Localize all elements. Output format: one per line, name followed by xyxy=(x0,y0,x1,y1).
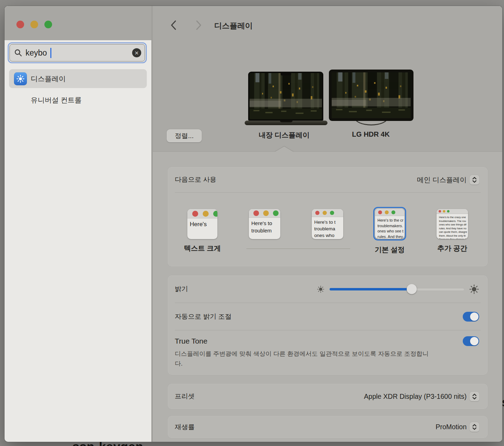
row-divider xyxy=(175,192,481,193)
resolution-tick-line xyxy=(246,249,350,249)
chevron-left-icon xyxy=(170,20,177,31)
mini-traffic-dot xyxy=(213,211,217,217)
traffic-lights xyxy=(16,21,52,28)
search-icon xyxy=(14,49,22,57)
brightness-label: 밝기 xyxy=(175,285,188,294)
system-settings-window: keybo ✕ 디스플레이 유니버설 컨트롤 xyxy=(5,6,502,442)
resolution-options: Here's텍스트 크게Here's totroublemHere's to t… xyxy=(168,199,488,266)
mini-traffic-dot xyxy=(273,210,279,216)
brightness-low-icon xyxy=(317,285,325,293)
sidebar-item-universal-control[interactable]: 유니버설 컨트롤 xyxy=(31,93,82,107)
slider-thumb[interactable] xyxy=(406,284,417,294)
use-as-value: 메인 디스플레이 xyxy=(417,175,467,185)
search-input[interactable]: keybo ✕ xyxy=(9,44,145,62)
auto-brightness-row: 자동으로 밝기 조절 xyxy=(168,303,488,330)
preset-label: 프리셋 xyxy=(175,392,195,401)
use-as-popup[interactable]: 메인 디스플레이 xyxy=(417,175,479,185)
resolution-option[interactable]: Here's to the crazy onetroublemakers. Th… xyxy=(428,209,477,253)
display-thumbnail-lg[interactable] xyxy=(329,70,413,121)
close-button[interactable] xyxy=(16,21,24,28)
mini-traffic-dot xyxy=(192,211,198,217)
display-name-lg: LG HDR 4K xyxy=(318,130,423,138)
display-picker-section: 디스플레이 정렬... 내장 디스플레이 LG HDR 4K xyxy=(153,6,502,152)
search-field-focus-ring: keybo ✕ xyxy=(8,42,147,63)
display-thumbnail-builtin[interactable] xyxy=(248,72,323,121)
mini-traffic-dot xyxy=(263,210,269,216)
refresh-rate-card: 재생률 ProMotion xyxy=(168,416,488,438)
auto-brightness-toggle[interactable] xyxy=(463,312,479,322)
resolution-preview: Here's to the crtroublemakers.ones who s… xyxy=(375,209,404,239)
minimize-button[interactable] xyxy=(30,21,38,28)
mini-traffic-dot xyxy=(439,210,441,213)
resolution-preview: Here's totroublem xyxy=(249,209,280,239)
mini-traffic-dot xyxy=(447,210,449,213)
wallpaper-forest xyxy=(250,73,322,119)
popup-chevrons-icon xyxy=(470,175,479,185)
use-as-label: 다음으로 사용 xyxy=(175,175,216,184)
brightness-row: 밝기 xyxy=(168,275,488,303)
resolution-preview: Here's xyxy=(187,209,217,239)
sidebar-item-label: 유니버설 컨트롤 xyxy=(31,95,82,105)
clear-search-icon[interactable]: ✕ xyxy=(132,48,141,57)
resolution-option-label: 기본 설정 xyxy=(375,245,405,254)
display-brightness-icon xyxy=(14,72,27,85)
brightness-high-icon xyxy=(469,284,479,294)
laptop-base xyxy=(245,121,327,125)
text-cursor xyxy=(50,48,51,58)
resolution-preview: Here's to ttroublemaones who xyxy=(312,209,343,239)
selected-resolution-ring: Here's to the crtroublemakers.ones who s… xyxy=(373,207,406,240)
auto-brightness-label: 자동으로 밝기 조절 xyxy=(175,312,232,321)
mini-traffic-dot xyxy=(443,210,445,213)
use-as-row: 다음으로 사용 메인 디스플레이 xyxy=(168,167,488,192)
mini-traffic-dot xyxy=(378,210,382,214)
sidebar: keybo ✕ 디스플레이 유니버설 컨트롤 xyxy=(5,6,151,442)
true-tone-toggle[interactable] xyxy=(463,336,479,346)
refresh-rate-row: 재생률 ProMotion xyxy=(168,416,488,438)
chevron-right-icon xyxy=(195,20,202,31)
laptop-notch xyxy=(281,73,291,75)
true-tone-description: 디스플레이를 주변광에 맞춰 색상이 다른 환경에서도 일관적으로 보이도록 자… xyxy=(175,349,433,368)
mini-traffic-dot xyxy=(315,211,319,215)
mini-traffic-dot xyxy=(385,210,389,214)
mini-traffic-dot xyxy=(391,210,395,214)
true-tone-label: True Tone xyxy=(175,337,207,345)
page-title: 디스플레이 xyxy=(214,21,253,31)
true-tone-row: True Tone 디스플레이를 주변광에 맞춰 색상이 다른 환경에서도 일관… xyxy=(168,330,488,375)
preset-row: 프리셋 Apple XDR Display (P3-1600 nits) xyxy=(168,384,488,409)
resolution-option[interactable]: Here's totroublem xyxy=(240,209,289,239)
refresh-rate-popup[interactable]: ProMotion xyxy=(435,422,479,432)
mini-traffic-dot xyxy=(253,210,259,216)
toggle-knob xyxy=(470,337,478,345)
sidebar-item-label: 디스플레이 xyxy=(31,74,66,84)
mini-traffic-dot xyxy=(323,211,327,215)
forward-button[interactable] xyxy=(193,19,204,31)
brightness-card: 밝기 xyxy=(168,275,488,375)
wallpaper-forest xyxy=(332,72,411,118)
refresh-rate-value: ProMotion xyxy=(435,423,467,431)
sidebar-item-display[interactable]: 디스플레이 xyxy=(9,69,147,88)
preset-value: Apple XDR Display (P3-1600 nits) xyxy=(364,393,467,401)
zoom-button[interactable] xyxy=(44,21,52,28)
arrange-button[interactable]: 정렬... xyxy=(167,129,202,142)
popup-chevrons-icon xyxy=(470,392,479,401)
brightness-slider[interactable] xyxy=(330,288,464,290)
preset-popup[interactable]: Apple XDR Display (P3-1600 nits) xyxy=(364,392,479,401)
resolution-option[interactable]: Here's to the crtroublemakers.ones who s… xyxy=(365,209,414,254)
use-as-card: 다음으로 사용 메인 디스플레이 Here's텍스트 크게Here's totr… xyxy=(168,167,488,266)
resolution-option[interactable]: Here's to ttroublemaones who xyxy=(303,209,352,239)
resolution-option-label: 텍스트 크게 xyxy=(184,244,221,253)
refresh-rate-label: 재생률 xyxy=(175,423,195,432)
mini-traffic-dot xyxy=(203,211,209,217)
resolution-option-label: 추가 공간 xyxy=(437,244,467,253)
slider-fill xyxy=(330,288,412,290)
resolution-option[interactable]: Here's텍스트 크게 xyxy=(178,209,227,253)
preset-card: 프리셋 Apple XDR Display (P3-1600 nits) xyxy=(168,384,488,409)
toggle-knob xyxy=(470,312,478,321)
selected-display-pointer xyxy=(275,146,294,152)
popup-chevrons-icon xyxy=(470,422,479,432)
resolution-preview: Here's to the crazy onetroublemakers. Th… xyxy=(437,209,468,239)
titlebar[interactable] xyxy=(5,6,151,40)
search-value: keybo xyxy=(26,48,47,58)
mini-traffic-dot xyxy=(330,211,334,215)
back-button[interactable] xyxy=(168,19,179,31)
